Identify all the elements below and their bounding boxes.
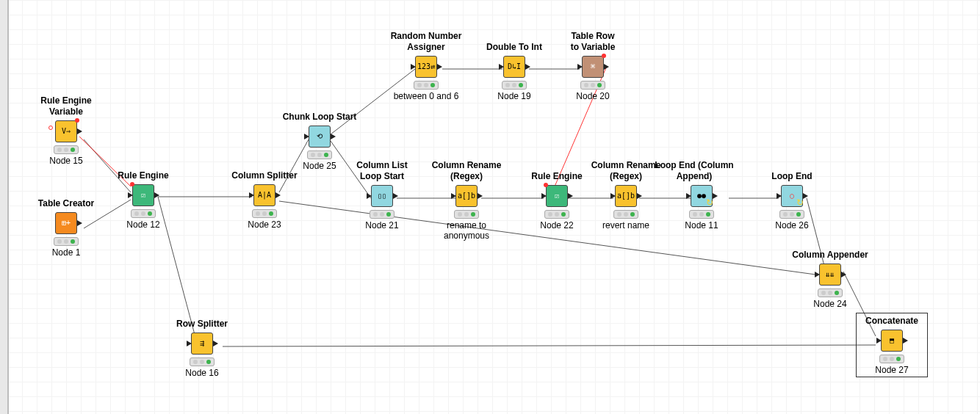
node-title: Table Creator xyxy=(38,198,94,209)
node-icon[interactable]: ◯↻ xyxy=(781,185,803,207)
node-column-list-loop-start[interactable]: Column List Loop Start ▯▯ Node 21 xyxy=(338,160,426,230)
node-double-to-int[interactable]: Double To Int D↳I Node 19 xyxy=(470,42,558,101)
node-icon[interactable]: V⇒ xyxy=(55,120,77,142)
node-sub: between 0 and 6 xyxy=(394,91,459,101)
node-title: Table Row to Variable xyxy=(571,31,616,53)
node-sub: Node 22 xyxy=(540,220,573,230)
node-sub: Node 24 xyxy=(813,299,846,309)
node-icon[interactable]: a[]b xyxy=(615,185,637,207)
node-icon[interactable]: ⇶ xyxy=(191,333,213,355)
status-traffic xyxy=(689,210,714,219)
node-sub: Node 1 xyxy=(52,247,81,258)
node-icon[interactable]: 123⇄ xyxy=(415,56,437,78)
node-icon[interactable]: ●●↻ xyxy=(691,185,713,207)
status-traffic xyxy=(131,209,156,218)
node-loop-end-26[interactable]: Loop End ◯↻ Node 26 xyxy=(748,171,836,230)
status-traffic xyxy=(370,210,394,219)
status-traffic xyxy=(502,81,527,90)
node-title: Loop End xyxy=(771,171,812,182)
node-sub: Node 16 xyxy=(185,368,218,378)
node-icon[interactable]: ☑ xyxy=(132,184,154,206)
node-icon[interactable]: ☑ xyxy=(546,185,568,207)
workflow-canvas[interactable]: Rule Engine Variable V⇒ Node 15 Table Cr… xyxy=(0,0,980,414)
node-icon[interactable]: ⌘ xyxy=(582,56,604,78)
node-table-creator[interactable]: Table Creator ⊞+ Node 1 xyxy=(22,198,110,258)
node-icon[interactable]: ⊞+ xyxy=(55,212,77,234)
node-title: Random Number Assigner xyxy=(391,31,462,53)
status-traffic xyxy=(779,210,804,219)
node-icon[interactable]: A|A xyxy=(253,184,275,206)
node-sub: Node 21 xyxy=(365,220,398,230)
node-sub: Node 15 xyxy=(49,156,82,166)
node-icon[interactable]: ⟲ xyxy=(309,126,331,148)
node-icon[interactable]: a[]b xyxy=(455,185,478,207)
node-title: Double To Int xyxy=(486,42,542,53)
node-sub: Node 11 xyxy=(685,220,718,230)
node-column-rename-regex-1[interactable]: Column Rename (Regex) a[]b rename to ano… xyxy=(422,160,511,241)
node-concatenate[interactable]: Concatenate ⬒ Node 27 xyxy=(848,316,936,375)
node-title: Loop End (Column Append) xyxy=(635,160,753,182)
node-icon[interactable]: ▯▯ xyxy=(371,185,393,207)
node-icon[interactable]: ⇊⇊ xyxy=(819,264,841,286)
node-title: Rule Engine xyxy=(118,170,168,181)
node-sub: Node 27 xyxy=(875,365,908,375)
node-sub: rename to anonymous xyxy=(444,220,489,241)
node-title: Column Splitter xyxy=(231,170,297,181)
node-random-number-assigner[interactable]: Random Number Assigner 123⇄ between 0 an… xyxy=(382,31,470,101)
node-table-row-to-variable[interactable]: Table Row to Variable ⌘ Node 20 xyxy=(549,31,637,101)
node-sub: Node 25 xyxy=(303,161,336,171)
node-title: Column Rename (Regex) xyxy=(432,160,502,182)
status-traffic xyxy=(580,81,605,90)
node-sub: Node 23 xyxy=(248,219,281,230)
status-traffic xyxy=(818,288,843,297)
node-column-appender[interactable]: Column Appender ⇊⇊ Node 24 xyxy=(786,250,874,309)
status-traffic xyxy=(190,357,215,366)
node-sub: Node 19 xyxy=(497,91,530,101)
status-traffic xyxy=(544,210,569,219)
node-column-splitter[interactable]: Column Splitter A|A Node 23 xyxy=(220,170,309,230)
node-sub: Node 26 xyxy=(775,220,808,230)
node-sub: Node 12 xyxy=(126,219,159,230)
node-title: Column List Loop Start xyxy=(356,160,407,182)
node-rule-engine-variable[interactable]: Rule Engine Variable V⇒ Node 15 xyxy=(22,95,110,166)
status-traffic xyxy=(307,150,332,159)
status-traffic xyxy=(454,210,479,219)
node-title: Row Splitter xyxy=(176,319,228,330)
status-traffic xyxy=(54,145,79,154)
status-traffic xyxy=(54,237,79,246)
node-loop-end-column-append[interactable]: Loop End (Column Append) ●●↻ Node 11 xyxy=(657,160,746,230)
node-sub: revert name xyxy=(602,220,649,230)
node-icon[interactable]: D↳I xyxy=(503,56,525,78)
node-rule-engine-12[interactable]: Rule Engine ☑ Node 12 xyxy=(99,170,187,230)
node-title: Column Appender xyxy=(792,250,868,261)
node-title: Rule Engine xyxy=(531,171,582,182)
node-sub: Node 20 xyxy=(576,91,609,101)
status-traffic xyxy=(252,209,277,218)
node-row-splitter[interactable]: Row Splitter ⇶ Node 16 xyxy=(158,319,246,378)
node-title: Rule Engine Variable xyxy=(40,95,91,117)
node-title: Chunk Loop Start xyxy=(283,112,357,123)
node-title: Concatenate xyxy=(865,316,918,327)
node-icon[interactable]: ⬒ xyxy=(881,330,903,352)
status-traffic xyxy=(414,81,439,90)
status-traffic xyxy=(879,355,904,363)
status-traffic xyxy=(613,210,638,219)
